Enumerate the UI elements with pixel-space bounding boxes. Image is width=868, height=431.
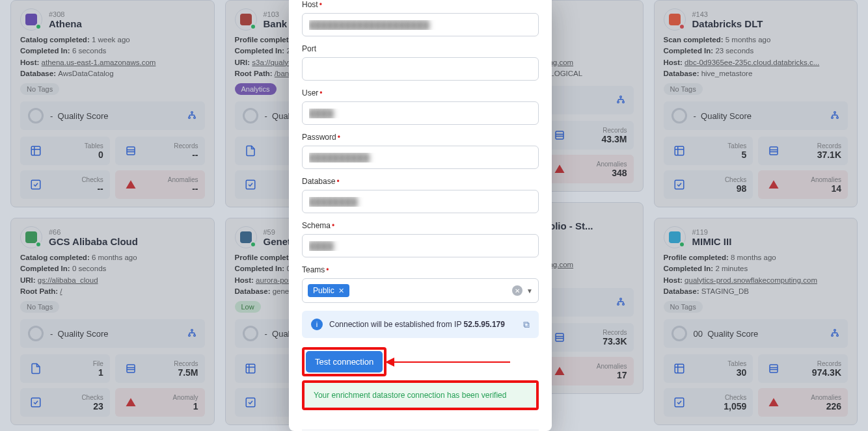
- quality-gauge-icon: [243, 108, 258, 124]
- stat-checks: Checks--: [20, 170, 110, 199]
- checks-icon: [670, 176, 688, 194]
- svg-rect-10: [31, 398, 40, 407]
- database-input[interactable]: [302, 190, 539, 213]
- file-icon: [27, 359, 45, 378]
- datasource-icon: [664, 226, 686, 248]
- chip-remove-icon[interactable]: ✕: [338, 287, 344, 295]
- tag[interactable]: No Tags: [664, 83, 703, 95]
- svg-point-6: [188, 334, 190, 336]
- card-meta: Catalog completed: 6 months agoCompleted…: [20, 252, 205, 297]
- dropdown-caret-icon[interactable]: ▼: [526, 287, 533, 294]
- stat-warn: Anomalies14: [758, 170, 848, 199]
- stats-grid: File1 Records7.5M Checks23 Anomaly1: [20, 354, 205, 417]
- card-id: #143: [692, 10, 848, 18]
- tag[interactable]: Analytics: [235, 83, 277, 95]
- records-icon: [550, 126, 569, 144]
- tag[interactable]: Low: [235, 301, 261, 313]
- quality-gauge-icon: [671, 326, 687, 341]
- warn-icon: [765, 393, 783, 411]
- svg-point-42: [834, 329, 836, 331]
- org-icon[interactable]: [830, 110, 840, 122]
- records-icon: [765, 142, 783, 160]
- svg-rect-5: [31, 180, 40, 189]
- datasource-icon: [235, 226, 257, 248]
- svg-point-41: [837, 334, 839, 336]
- svg-point-2: [191, 111, 193, 113]
- svg-point-30: [619, 298, 621, 300]
- org-icon[interactable]: [616, 296, 626, 309]
- svg-point-40: [832, 334, 834, 336]
- copy-ip-icon[interactable]: ⧉: [523, 319, 530, 330]
- stat-table: Tables0: [20, 137, 110, 165]
- quality-score-row[interactable]: - Quality Score: [20, 319, 205, 348]
- svg-rect-4: [127, 147, 135, 155]
- quality-score-row[interactable]: - Quality Score: [664, 101, 848, 130]
- ip-info-bar: i Connection will be established from IP…: [302, 311, 539, 338]
- checks-icon: [670, 393, 688, 411]
- tag[interactable]: No Tags: [20, 301, 59, 313]
- records-icon: [550, 328, 569, 346]
- stat-records: Records7.5M: [115, 354, 205, 383]
- org-icon[interactable]: [616, 94, 626, 107]
- table-icon: [241, 359, 260, 378]
- stat-warn: Anomaly1: [115, 388, 205, 417]
- svg-point-36: [834, 111, 836, 113]
- svg-rect-3: [31, 146, 40, 155]
- table-icon: [670, 142, 688, 160]
- table-icon: [27, 142, 45, 160]
- card-meta: Scan completed: 5 months agoCompleted In…: [664, 34, 848, 79]
- stats-grid: Tables5 Records37.1K Checks98 Anomalies1…: [664, 137, 848, 199]
- annotation-arrow: [393, 361, 510, 363]
- card-athena[interactable]: #308 Athena Catalog completed: 1 week ag…: [10, 0, 215, 207]
- org-icon[interactable]: [187, 110, 197, 122]
- org-icon[interactable]: [830, 328, 840, 340]
- status-dot: [35, 23, 42, 30]
- svg-rect-39: [675, 180, 684, 189]
- card-meta: Profile completed: 8 months agoCompleted…: [664, 252, 848, 297]
- svg-rect-38: [770, 147, 778, 155]
- card-gcs[interactable]: #66 GCS Alibaba Cloud Catalog completed:…: [10, 218, 215, 425]
- quality-gauge-icon: [243, 326, 258, 341]
- svg-point-35: [837, 116, 839, 118]
- connection-modal: Host• Port User• Password• Database• Sch…: [289, 0, 552, 431]
- database-label: Database•: [302, 177, 539, 186]
- port-input[interactable]: [302, 57, 539, 81]
- stat-warn: Anomalies--: [115, 170, 205, 199]
- card-mimic[interactable]: #119 MIMIC III Profile completed: 8 mont…: [654, 218, 858, 425]
- status-dot: [679, 241, 685, 248]
- schema-label: Schema•: [302, 221, 539, 230]
- port-label: Port: [302, 44, 539, 53]
- svg-point-22: [617, 101, 619, 103]
- teams-select[interactable]: Public✕ ✕ ▼: [302, 278, 539, 303]
- host-input[interactable]: [302, 13, 539, 36]
- clear-teams-icon[interactable]: ✕: [512, 285, 522, 296]
- svg-point-24: [619, 96, 621, 98]
- test-connection-button[interactable]: Test connection: [306, 351, 383, 372]
- tag[interactable]: No Tags: [664, 301, 703, 313]
- svg-rect-26: [556, 131, 563, 139]
- svg-rect-15: [246, 180, 255, 189]
- svg-rect-19: [246, 364, 255, 373]
- svg-point-34: [832, 116, 834, 118]
- stat-records: Records--: [115, 137, 205, 165]
- tag[interactable]: No Tags: [20, 83, 59, 95]
- svg-point-0: [188, 116, 190, 118]
- stat-file: File1: [20, 354, 110, 383]
- card-databricks[interactable]: #143 Databricks DLT Scan completed: 5 mo…: [654, 0, 858, 207]
- card-id: #308: [49, 10, 205, 18]
- quality-score-row[interactable]: - Quality Score: [20, 101, 205, 130]
- org-icon[interactable]: [187, 328, 197, 340]
- records-icon: [122, 359, 140, 378]
- warn-icon: [122, 176, 140, 194]
- stat-records: Records43.3M: [544, 121, 634, 150]
- ip-info-text: Connection will be established from IP 5…: [329, 320, 505, 329]
- team-chip-public[interactable]: Public✕: [308, 284, 349, 297]
- schema-input[interactable]: [302, 234, 539, 257]
- quality-score-row[interactable]: 00 Quality Score: [664, 319, 848, 348]
- user-input[interactable]: [302, 101, 539, 125]
- checks-icon: [241, 393, 260, 411]
- quality-gauge-icon: [28, 326, 44, 341]
- svg-point-28: [617, 303, 619, 305]
- password-input[interactable]: [302, 146, 539, 169]
- stat-checks: Checks23: [20, 388, 110, 417]
